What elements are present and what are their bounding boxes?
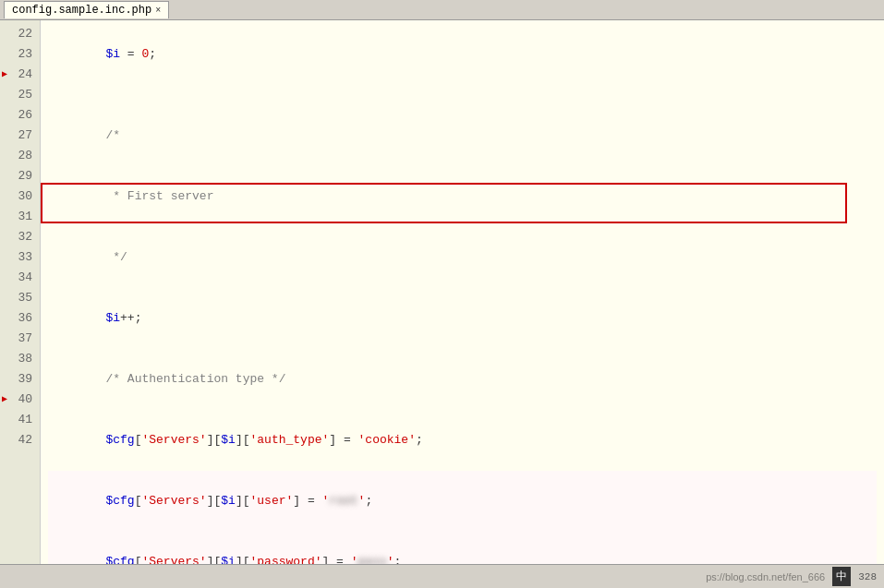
- line-num-40: 40: [0, 390, 40, 410]
- tab-close-button[interactable]: ×: [155, 6, 161, 16]
- line-num-39: 39: [0, 369, 40, 390]
- code-line-30: $cfg['Servers'][$i]['user'] = 'root';: [48, 471, 877, 532]
- file-tab[interactable]: config.sample.inc.php ×: [4, 1, 169, 18]
- line-num-36: 36: [0, 308, 40, 329]
- code-line-29: $cfg['Servers'][$i]['auth_type'] = 'cook…: [48, 410, 877, 471]
- code-content-area[interactable]: $i = 0; /* * First server */ $i++; /* Au…: [41, 20, 884, 564]
- line-num-26: 26: [0, 105, 40, 126]
- tab-label: config.sample.inc.php: [12, 4, 151, 17]
- line-num-31: 31: [0, 207, 40, 227]
- bottom-info: 328: [858, 571, 877, 582]
- line-num-23: 23: [0, 44, 40, 65]
- line-num-41: 41: [0, 410, 40, 430]
- title-bar: config.sample.inc.php ×: [0, 0, 884, 20]
- line-num-30: 30: [0, 186, 40, 207]
- line-num-22: 22: [0, 24, 40, 44]
- cn-badge: 中: [832, 567, 851, 586]
- line-num-32: 32: [0, 227, 40, 247]
- code-line-25: * First server: [48, 166, 877, 227]
- line-numbers: 22 23 24 25 26 27 28 29 30 31 32 33 34 3…: [0, 20, 41, 564]
- code-line-28: /* Authentication type */: [48, 349, 877, 410]
- line-num-42: 42: [0, 430, 40, 450]
- code-line-31: $cfg['Servers'][$i]['password'] = 'pass'…: [48, 532, 877, 564]
- line-num-35: 35: [0, 288, 40, 308]
- editor-window: config.sample.inc.php × 22 23 24 25 26 2…: [0, 0, 884, 588]
- code-line-23: [48, 85, 877, 105]
- line-num-34: 34: [0, 268, 40, 288]
- line-num-27: 27: [0, 126, 40, 146]
- code-line-26: */: [48, 227, 877, 288]
- code-line-24: /*: [48, 105, 877, 166]
- code-line-22: $i = 0;: [48, 24, 877, 85]
- line-num-28: 28: [0, 146, 40, 166]
- code-area: 22 23 24 25 26 27 28 29 30 31 32 33 34 3…: [0, 20, 884, 564]
- line-num-29: 29: [0, 166, 40, 186]
- line-num-33: 33: [0, 247, 40, 268]
- bottom-bar: ps://blog.csdn.net/fen_666 中 328: [0, 564, 884, 588]
- code-line-27: $i++;: [48, 288, 877, 349]
- line-num-38: 38: [0, 349, 40, 369]
- line-num-25: 25: [0, 85, 40, 105]
- watermark-text: ps://blog.csdn.net/fen_666: [706, 571, 825, 582]
- line-num-37: 37: [0, 329, 40, 349]
- line-num-24: 24: [0, 65, 40, 85]
